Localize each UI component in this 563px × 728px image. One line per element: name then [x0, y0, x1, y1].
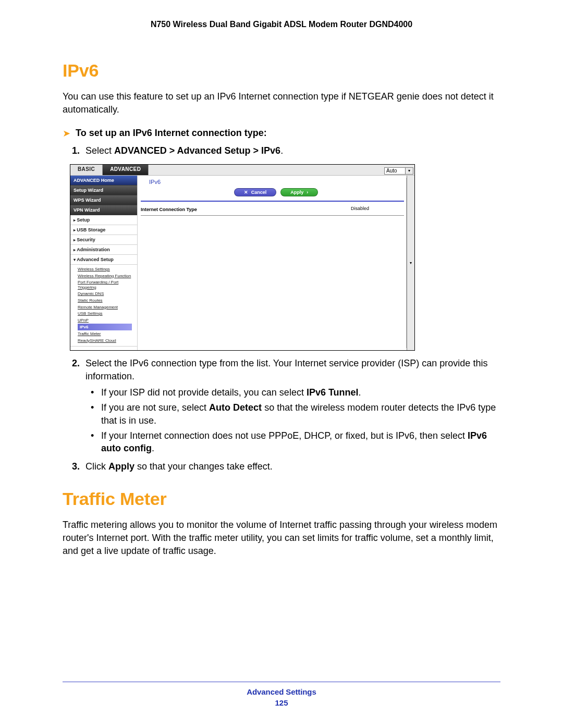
- chevron-right-icon: ➤: [63, 128, 70, 139]
- apply-button[interactable]: Apply ›: [280, 188, 318, 196]
- section-title-traffic-meter: Traffic Meter: [63, 489, 500, 509]
- nav-group-security[interactable]: Security: [70, 235, 137, 245]
- divider: [141, 201, 404, 202]
- step-3: 3. Click Apply so that your changes take…: [85, 460, 500, 473]
- nav-setup-wizard[interactable]: Setup Wizard: [70, 186, 137, 195]
- nav-sub-port-forwarding[interactable]: Port Forwarding / Port Triggering: [78, 279, 137, 291]
- nav-advanced-setup-subitems: Wireless Settings Wireless Repeating Fun…: [70, 265, 137, 346]
- language-select[interactable]: Auto ▾: [384, 167, 413, 175]
- nav-sub-ipv6[interactable]: IPv6: [78, 324, 132, 331]
- close-icon: ✕: [244, 190, 248, 195]
- connection-type-row: Internet Connection Type Disabled ▾: [141, 205, 404, 216]
- bullet-3: If your Internet connection does not use…: [101, 429, 500, 455]
- section-title-ipv6: IPv6: [63, 60, 500, 81]
- nav-sub-dynamic-dns[interactable]: Dynamic DNS: [78, 291, 137, 298]
- chevron-down-icon: ▾: [405, 168, 413, 174]
- footer-chapter: Advanced Settings: [63, 687, 500, 696]
- traffic-meter-intro: Traffic metering allows you to monitor t…: [63, 519, 500, 557]
- figure-main: ▴ ▾ IPv6 ✕ Cancel Apply ›: [138, 176, 414, 350]
- nav-sub-upnp[interactable]: UPnP: [78, 317, 137, 324]
- page-footer: Advanced Settings 125: [63, 682, 500, 707]
- nav-sub-traffic-meter[interactable]: Traffic Meter: [78, 330, 137, 337]
- router-admin-figure: BASIC ADVANCED Auto ▾ ADVANCED Home Setu…: [70, 164, 415, 351]
- nav-wps-wizard[interactable]: WPS Wizard: [70, 195, 137, 205]
- connection-type-label: Internet Connection Type: [141, 207, 197, 212]
- ipv6-intro: You can use this feature to set up an IP…: [63, 90, 500, 116]
- nav-vpn-wizard[interactable]: VPN Wizard: [70, 205, 137, 215]
- nav-sub-static-routes[interactable]: Static Routes: [78, 297, 137, 304]
- nav-group-setup[interactable]: Setup: [70, 215, 137, 225]
- tab-basic[interactable]: BASIC: [70, 165, 103, 175]
- figure-tabs: BASIC ADVANCED Auto ▾: [70, 165, 414, 176]
- nav-group-advanced-setup[interactable]: Advanced Setup: [70, 255, 137, 265]
- nav-group-usb-storage[interactable]: USB Storage: [70, 225, 137, 235]
- nav-sub-readyshare-cloud[interactable]: ReadySHARE Cloud: [78, 337, 137, 344]
- footer-page-number: 125: [63, 698, 500, 707]
- nav-sub-usb-settings[interactable]: USB Settings: [78, 311, 137, 317]
- panel-title: IPv6: [149, 179, 411, 185]
- doc-header: N750 Wireless Dual Band Gigabit ADSL Mod…: [0, 20, 563, 29]
- connection-type-select[interactable]: Disabled ▾: [351, 206, 396, 213]
- tab-advanced[interactable]: ADVANCED: [103, 165, 149, 175]
- step-2: 2. Select the IPv6 connection type from …: [85, 357, 500, 455]
- footer-divider: [63, 682, 500, 682]
- procedure-heading-text: To set up an IPv6 Internet connection ty…: [76, 128, 267, 139]
- nav-advanced-home[interactable]: ADVANCED Home: [70, 176, 137, 186]
- nav-sub-remote-management[interactable]: Remote Management: [78, 304, 137, 311]
- cancel-button[interactable]: ✕ Cancel: [234, 188, 277, 196]
- chevron-right-icon: ›: [307, 190, 308, 195]
- nav-group-administration[interactable]: Administration: [70, 245, 137, 255]
- chevron-down-icon: ▾: [407, 176, 414, 350]
- nav-sub-wireless-settings[interactable]: Wireless Settings: [78, 266, 137, 273]
- bullet-2: If you are not sure, select Auto Detect …: [101, 401, 500, 427]
- procedure-heading: ➤ To set up an IPv6 Internet connection …: [63, 128, 500, 139]
- bullet-1: If your ISP did not provide details, you…: [101, 386, 500, 399]
- nav-sub-wireless-repeating[interactable]: Wireless Repeating Function: [78, 273, 137, 279]
- step-1: 1. Select ADVANCED > Advanced Setup > IP…: [85, 144, 500, 157]
- sidebar-nav: ADVANCED Home Setup Wizard WPS Wizard VP…: [70, 176, 138, 350]
